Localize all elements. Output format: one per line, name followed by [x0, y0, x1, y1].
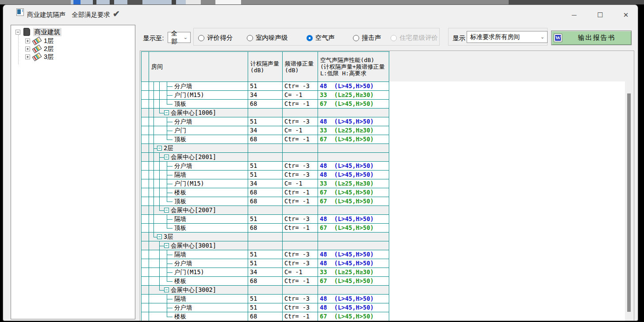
- table-cell: [142, 100, 149, 109]
- table-row[interactable]: 户门(M15)34C= -133 (L≥25,H≥30): [142, 268, 390, 277]
- table-cell: Ctr= -1: [283, 224, 318, 233]
- collapse-icon[interactable]: [157, 234, 162, 239]
- radio-3[interactable]: 撞击声: [353, 34, 381, 42]
- radio-label: 评价得分: [207, 34, 233, 42]
- table-cell: 34: [248, 268, 283, 277]
- tree-item-label[interactable]: 2层: [44, 45, 54, 53]
- table-row[interactable]: 楼板68Ctr= -167 (L>45,H>50): [142, 312, 390, 321]
- collapse-icon[interactable]: [164, 155, 169, 159]
- table-cell: [283, 241, 318, 250]
- table-cell: 51: [248, 215, 283, 224]
- collapse-icon[interactable]: [15, 30, 20, 35]
- collapse-icon[interactable]: [164, 287, 169, 292]
- table-row[interactable]: 顶板68Ctr= -167 (L>45,H>50): [142, 100, 390, 109]
- tree-line: [167, 228, 172, 229]
- group-row[interactable]: 3层: [142, 233, 390, 241]
- radio-0[interactable]: 评价得分: [198, 34, 233, 42]
- tree-line: [159, 250, 160, 259]
- tree-line: [153, 109, 154, 117]
- close-button[interactable]: ✕: [620, 10, 632, 20]
- group-row[interactable]: 会展中心[3001]: [142, 241, 390, 250]
- table-cell: 顶板: [149, 197, 248, 206]
- table-row[interactable]: 楼板68Ctr= -167 (L>45,H>50): [142, 277, 390, 286]
- maximize-button[interactable]: ☐: [594, 10, 606, 20]
- tree-item-label[interactable]: 1层: [44, 37, 54, 45]
- table-row[interactable]: 隔墙51Ctr= -348 (L>45,H>50): [142, 295, 390, 303]
- show-to-dropdown[interactable]: 全部 ⌄: [168, 32, 191, 43]
- table-row[interactable]: 顶板68Ctr= -167 (L>45,H>50): [142, 135, 390, 144]
- radio-icon[interactable]: [198, 35, 204, 41]
- results-panel: 房间 计权隔声量(dB) 频谱修正量(dB) 空气声隔声性能(dB)(计权隔声量…: [140, 50, 634, 321]
- radio-icon[interactable]: [247, 35, 253, 41]
- table-cell: 户门(M15): [149, 91, 248, 100]
- table-row[interactable]: 分户墙51Ctr= -348 (L>45,H>50): [142, 117, 390, 126]
- table-row[interactable]: 隔墙51Ctr= -348 (L>45,H>50): [142, 250, 390, 259]
- table-cell: [142, 312, 149, 321]
- collapse-icon[interactable]: [164, 208, 169, 213]
- table-row[interactable]: 分户墙51Ctr= -348 (L>45,H>50): [142, 82, 390, 91]
- group-row[interactable]: 会展中心[2007]: [142, 206, 390, 215]
- table-row[interactable]: 隔墙51Ctr= -348 (L>45,H>50): [142, 215, 390, 224]
- table-row[interactable]: 分户墙51Ctr= -348 (L>45,H>50): [142, 259, 390, 268]
- expand-icon[interactable]: [25, 54, 30, 59]
- table-row[interactable]: 分户墙51Ctr= -348 (L>45,H>50): [142, 162, 390, 171]
- tree-line: [159, 113, 164, 113]
- table-row[interactable]: 顶板68Ctr= -167 (L>45,H>50): [142, 197, 390, 206]
- tree-item-floor2[interactable]: 2层: [25, 45, 54, 53]
- header-performance: 空气声隔声性能(dB)(计权隔声量+频谱修正量L:低限 H:高要求: [318, 52, 389, 82]
- table-row[interactable]: 分户墙51Ctr= -348 (L>45,H>50): [142, 303, 390, 312]
- radio-icon[interactable]: [353, 35, 359, 41]
- vertical-scrollbar[interactable]: [627, 79, 631, 320]
- collapse-icon[interactable]: [164, 110, 169, 115]
- table-cell: Ctr= -3: [283, 215, 318, 224]
- display-dropdown[interactable]: 标准要求所有房间 ⌄: [467, 31, 548, 43]
- tree-line: [167, 255, 172, 255]
- table-row[interactable]: 楼板68Ctr= -167 (L>45,H>50): [142, 188, 390, 197]
- radio-2[interactable]: 空气声: [307, 34, 335, 42]
- radio-icon[interactable]: [307, 35, 313, 41]
- scrollbar-thumb[interactable]: [627, 93, 631, 312]
- export-report-button[interactable]: W 输出报告书: [551, 31, 632, 45]
- collapse-icon[interactable]: [157, 146, 162, 151]
- table-cell: [142, 135, 149, 144]
- minimize-button[interactable]: ─: [568, 10, 580, 20]
- table-cell: 3层: [149, 233, 248, 241]
- tree-line: [167, 317, 172, 317]
- group-row[interactable]: 会展中心[2001]: [142, 153, 390, 162]
- group-row[interactable]: 会展中心[1006]: [142, 109, 390, 117]
- tree-item-floor1[interactable]: 1层: [25, 37, 54, 45]
- tree-item-label[interactable]: 商业建筑: [33, 28, 61, 36]
- radio-1[interactable]: 室内噪声级: [247, 34, 288, 42]
- tree-item-floor3[interactable]: 3层: [25, 53, 54, 61]
- table-row[interactable]: 顶板68Ctr= -167 (L>45,H>50): [142, 224, 390, 233]
- row-label: 楼板: [174, 312, 186, 321]
- floor-icon: [32, 52, 42, 61]
- table-cell: [142, 206, 149, 215]
- table-cell: 分户墙: [149, 259, 248, 268]
- table-cell: 顶板: [149, 135, 248, 144]
- tree-item-root[interactable]: 商业建筑: [15, 28, 61, 36]
- table-row[interactable]: 户门(M15)34C= -133 (L≥25,H≥30): [142, 179, 390, 188]
- tree-line: [153, 162, 154, 170]
- show-to-value: 全部: [171, 30, 184, 46]
- table-cell: 隔墙: [149, 215, 248, 224]
- table-row[interactable]: 户门(M15)34C= -133 (L≥25,H≥30): [142, 91, 390, 100]
- table-cell: [318, 153, 389, 162]
- table-row[interactable]: 户门34C= -133 (L≥25,H≥30): [142, 126, 390, 135]
- table-row[interactable]: 隔墙51Ctr= -348 (L>45,H>50): [142, 171, 390, 179]
- tree-line: [159, 82, 160, 90]
- expand-icon[interactable]: [25, 47, 30, 51]
- expand-icon[interactable]: [25, 39, 30, 43]
- title-bar[interactable]: 商业建筑隔声全部满足要求✔ ─ ☐ ✕: [3, 5, 638, 21]
- tree-item-label[interactable]: 3层: [44, 53, 54, 61]
- table-cell: [283, 286, 318, 295]
- table-cell: 隔墙: [149, 171, 248, 179]
- table-cell: 51: [248, 259, 283, 268]
- group-row[interactable]: 2层: [142, 144, 390, 153]
- table-cell: [142, 286, 149, 295]
- group-row[interactable]: 会展中心[3002]: [142, 286, 390, 295]
- row-label: 分户墙: [174, 259, 192, 268]
- table-cell: 33 (L≥25,H≥30): [318, 91, 389, 100]
- collapse-icon[interactable]: [164, 243, 169, 248]
- table-cell: Ctr= -3: [283, 162, 318, 171]
